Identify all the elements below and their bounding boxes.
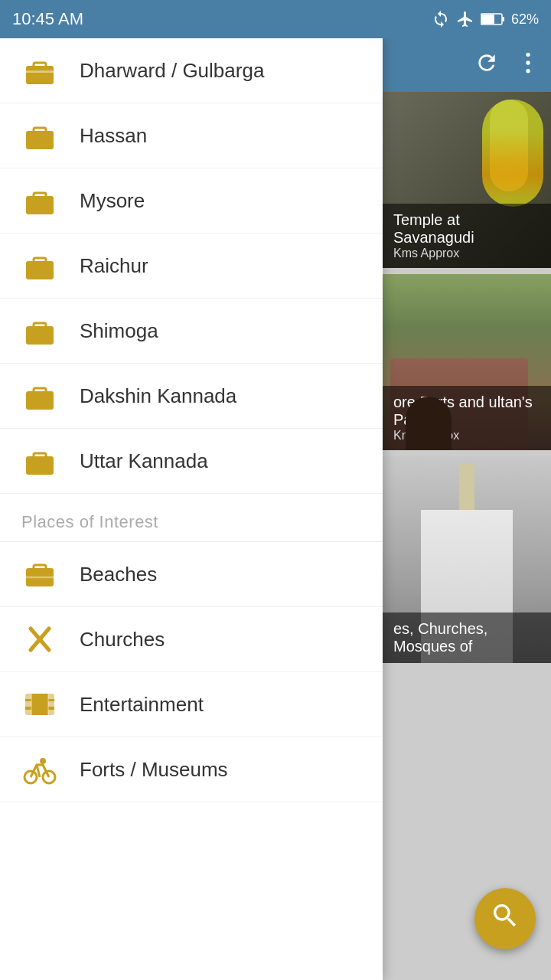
svg-rect-16 (34, 388, 46, 393)
status-icons: 62% (432, 10, 539, 28)
svg-point-38 (526, 60, 530, 64)
svg-rect-18 (34, 453, 46, 458)
briefcase-icon-mysore (21, 182, 58, 219)
briefcase-icon-dakshin (21, 377, 58, 414)
status-time: 10:45 AM (12, 9, 83, 29)
card-temple[interactable]: Temple at Savanagudi Kms Approx (383, 92, 551, 268)
svg-rect-3 (26, 66, 54, 84)
svg-rect-15 (26, 391, 54, 410)
sidebar: Dharward / Gulbarga Hassan Mysore Raichu… (0, 38, 383, 980)
sidebar-label-forts: Forts / Museums (80, 758, 228, 782)
sync-icon (432, 10, 450, 28)
card-title-temple: Temple at Savanagudi (393, 211, 540, 247)
svg-rect-12 (34, 258, 46, 263)
sidebar-label-mysore: Mysore (80, 189, 145, 213)
airplane-icon (456, 10, 474, 28)
svg-rect-26 (25, 701, 31, 707)
sidebar-label-dharward: Dharward / Gulbarga (80, 59, 264, 83)
sidebar-item-mysore[interactable]: Mysore (0, 168, 383, 234)
sidebar-label-shimoga: Shimoga (80, 319, 158, 343)
cutlery-icon (21, 621, 58, 658)
svg-rect-11 (26, 261, 54, 279)
card-image-church: es, Churches, Mosques of (383, 456, 551, 663)
svg-rect-30 (48, 710, 54, 715)
sidebar-item-churches[interactable]: Churches (0, 607, 383, 672)
svg-rect-1 (502, 17, 504, 21)
sidebar-item-dharward[interactable]: Dharward / Gulbarga (0, 38, 383, 103)
search-fab[interactable] (474, 888, 536, 949)
bicycle-icon (21, 751, 58, 788)
card-image-temple: Temple at Savanagudi Kms Approx (383, 92, 551, 268)
sidebar-item-entertainment[interactable]: Entertainment (0, 672, 383, 737)
card-church[interactable]: es, Churches, Mosques of (383, 456, 551, 663)
sidebar-label-uttar: Uttar Kannada (80, 449, 208, 473)
card-subtitle-fort: Kms Approx (393, 429, 540, 443)
svg-rect-27 (25, 710, 31, 715)
svg-point-39 (526, 69, 530, 73)
svg-point-36 (40, 758, 46, 764)
sidebar-item-hassan[interactable]: Hassan (0, 103, 383, 168)
cards-container: Temple at Savanagudi Kms Approx ore Fort… (383, 92, 551, 980)
card-info-church: es, Churches, Mosques of (383, 612, 551, 663)
sidebar-item-uttar[interactable]: Uttar Kannada (0, 429, 383, 494)
svg-rect-14 (34, 323, 46, 328)
battery-icon (481, 12, 505, 26)
card-title-fort: ore Forts and ultan's Palace (393, 394, 540, 429)
svg-rect-2 (481, 15, 494, 24)
svg-rect-8 (34, 128, 46, 132)
sidebar-item-shimoga[interactable]: Shimoga (0, 299, 383, 364)
sidebar-label-hassan: Hassan (80, 124, 147, 148)
card-subtitle-temple: Kms Approx (393, 247, 540, 260)
briefcase-icon-hassan (21, 117, 58, 154)
briefcase-icon-raichur (21, 247, 58, 284)
refresh-icon[interactable] (474, 51, 499, 80)
sidebar-label-beaches: Beaches (80, 563, 157, 586)
svg-rect-28 (48, 694, 54, 699)
status-bar: 10:45 AM 62% (0, 0, 551, 38)
sidebar-item-raichur[interactable]: Raichur (0, 234, 383, 299)
battery-percentage: 62% (511, 11, 539, 28)
svg-rect-7 (26, 131, 54, 149)
main-container: Dharward / Gulbarga Hassan Mysore Raichu… (0, 38, 551, 980)
svg-rect-9 (26, 196, 54, 214)
card-fort[interactable]: ore Forts and ultan's Palace Kms Approx (383, 274, 551, 450)
sidebar-label-churches: Churches (80, 628, 165, 652)
card-info-fort: ore Forts and ultan's Palace Kms Approx (383, 386, 551, 450)
briefcase-icon-shimoga (21, 312, 58, 349)
sidebar-label-raichur: Raichur (80, 254, 148, 278)
card-info-temple: Temple at Savanagudi Kms Approx (383, 204, 551, 268)
more-options-icon[interactable] (517, 51, 539, 80)
svg-rect-10 (34, 193, 46, 198)
card-title-church: es, Churches, Mosques of (393, 620, 540, 655)
content-area: Temple at Savanagudi Kms Approx ore Fort… (383, 38, 551, 980)
briefcase-icon-uttar (21, 443, 58, 479)
svg-rect-20 (34, 565, 46, 570)
briefcase-icon-dharward (21, 52, 58, 89)
film-icon (21, 686, 58, 723)
search-fab-icon (490, 900, 520, 938)
sidebar-label-dakshin: Dakshin Kannada (80, 384, 236, 408)
sidebar-item-beaches[interactable]: Beaches (0, 542, 383, 607)
content-toolbar (383, 38, 551, 92)
svg-rect-25 (25, 694, 31, 699)
sidebar-item-dakshin[interactable]: Dakshin Kannada (0, 364, 383, 429)
svg-rect-13 (26, 326, 54, 345)
card-image-fort: ore Forts and ultan's Palace Kms Approx (383, 274, 551, 450)
sidebar-label-entertainment: Entertainment (80, 693, 204, 717)
beaches-icon (21, 556, 58, 593)
svg-rect-17 (26, 456, 54, 475)
sidebar-item-forts[interactable]: Forts / Museums (0, 737, 383, 802)
svg-point-37 (526, 52, 530, 56)
svg-rect-5 (34, 63, 46, 67)
svg-rect-29 (48, 701, 54, 707)
section-header-poi: Places of Interest (0, 494, 383, 542)
